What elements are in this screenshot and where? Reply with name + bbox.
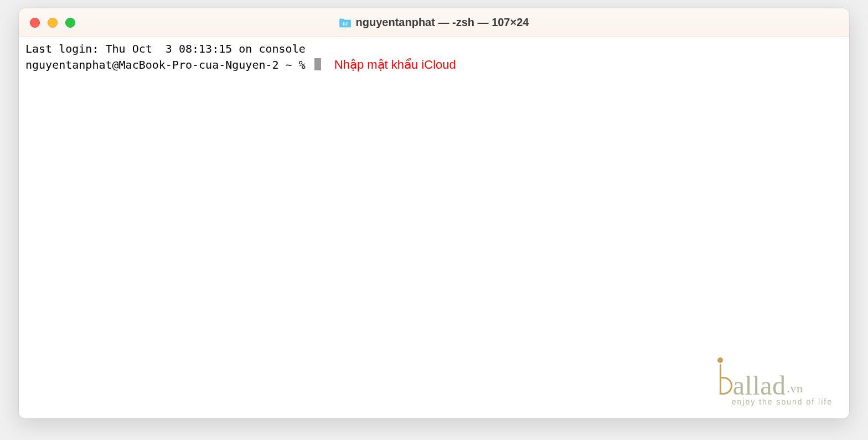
watermark-tld: .vn [787,380,803,397]
watermark: allad .vn enjoy the sound of life [716,356,833,407]
close-button[interactable] [30,18,40,28]
prompt-line: nguyentanphat@MacBook-Pro-cua-Nguyen-2 ~… [25,57,843,73]
watermark-tagline: enjoy the sound of life [732,397,833,407]
minimize-button[interactable] [48,18,58,28]
titlebar: nguyentanphat — -zsh — 107×24 [19,8,849,37]
maximize-button[interactable] [65,18,75,28]
window-title: nguyentanphat — -zsh — 107×24 [356,16,529,29]
folder-icon [339,18,352,28]
last-login-line: Last login: Thu Oct 3 08:13:15 on consol… [25,42,843,57]
prompt-text: nguyentanphat@MacBook-Pro-cua-Nguyen-2 ~… [25,58,312,73]
terminal-body[interactable]: Last login: Thu Oct 3 08:13:15 on consol… [19,37,849,418]
watermark-logo: allad .vn [716,356,803,399]
window-title-group: nguyentanphat — -zsh — 107×24 [339,16,529,29]
traffic-lights [30,18,75,28]
annotation-text: Nhập mật khẩu iCloud [334,57,456,73]
watermark-brand: allad [733,372,786,399]
watermark-b-icon [716,356,732,395]
cursor [314,58,321,70]
terminal-window: nguyentanphat — -zsh — 107×24 Last login… [19,8,849,418]
